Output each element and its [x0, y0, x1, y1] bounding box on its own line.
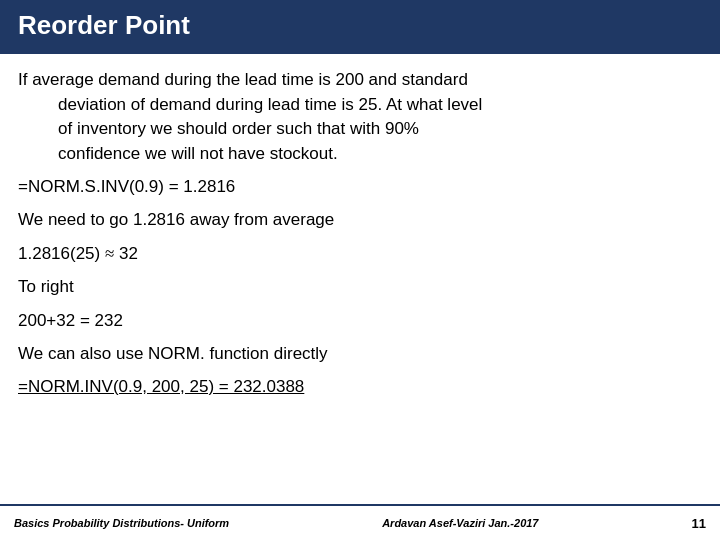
- slide-title: Reorder Point: [18, 10, 190, 40]
- step2-line: 1.2816(25) ≈ 32: [18, 241, 702, 267]
- step4-line: 200+32 = 232: [18, 308, 702, 334]
- step2-prefix: 1.2816(25): [18, 244, 105, 263]
- step1-line: We need to go 1.2816 away from average: [18, 207, 702, 233]
- formula2-text: =NORM.INV(0.9, 200, 25) = 232.0388: [18, 377, 304, 396]
- step3-text: To right: [18, 277, 74, 296]
- step2-value: 32: [114, 244, 138, 263]
- formula1-text: =NORM.S.INV(0.9) = 1.2816: [18, 177, 235, 196]
- formula1-line: =NORM.S.INV(0.9) = 1.2816: [18, 175, 702, 200]
- step5-text: We can also use NORM. function directly: [18, 344, 328, 363]
- footer-right-text: 11: [692, 516, 706, 531]
- step4-text: 200+32 = 232: [18, 311, 123, 330]
- para-line4: confidence we will not have stockout.: [18, 142, 702, 167]
- problem-paragraph: If average demand during the lead time i…: [18, 68, 702, 167]
- title-bar: Reorder Point: [0, 0, 720, 54]
- step3-line: To right: [18, 274, 702, 300]
- slide-container: Reorder Point If average demand during t…: [0, 0, 720, 540]
- para-line1: If average demand during the lead time i…: [18, 70, 468, 89]
- para-line3: of inventory we should order such that w…: [18, 117, 702, 142]
- content-area: If average demand during the lead time i…: [0, 54, 720, 504]
- step2-approx: ≈: [105, 244, 114, 263]
- footer-bar: Basics Probability Distributions- Unifor…: [0, 504, 720, 540]
- footer-center-text: Ardavan Asef-Vaziri Jan.-2017: [382, 517, 538, 529]
- para-line2: deviation of demand during lead time is …: [18, 93, 702, 118]
- formula2-line: =NORM.INV(0.9, 200, 25) = 232.0388: [18, 375, 702, 400]
- step5-line: We can also use NORM. function directly: [18, 341, 702, 367]
- step1-text: We need to go 1.2816 away from average: [18, 210, 334, 229]
- footer-left-text: Basics Probability Distributions- Unifor…: [14, 517, 229, 529]
